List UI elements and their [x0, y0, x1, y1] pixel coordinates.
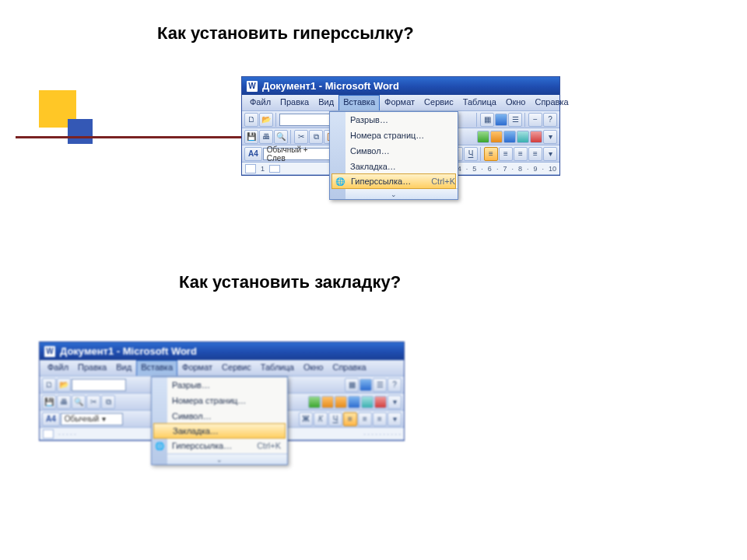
fillcolor-icon[interactable] — [359, 379, 372, 391]
menu-view[interactable]: Вид — [314, 95, 338, 110]
indent-marker-icon[interactable] — [269, 165, 280, 173]
help-icon[interactable]: ? — [543, 113, 557, 127]
style-name-text: Обычный + Слев — [267, 145, 327, 163]
ruler-tick: 6 — [488, 165, 492, 173]
menu-service[interactable]: Сервис — [419, 95, 458, 110]
menu-window[interactable]: Окно — [299, 360, 328, 376]
swatch-icon[interactable] — [348, 396, 360, 408]
swatch-icon[interactable] — [308, 396, 321, 408]
menu-table[interactable]: Таблица — [458, 95, 501, 110]
titlebar-text: Документ1 - Microsoft Word — [60, 345, 197, 357]
ruler-tick: 8 — [518, 165, 522, 173]
bold-button[interactable]: Ж — [299, 412, 313, 426]
cut-icon[interactable]: ✂ — [294, 130, 308, 144]
style-selector[interactable]: Обычный ▾ — [61, 413, 123, 425]
ruler-label: · · · · · · · · · · — [363, 430, 401, 438]
insert-dropdown: Разрыв… Номера страниц… Символ… Закладка… — [151, 376, 288, 465]
menu-format[interactable]: Формат — [177, 360, 217, 376]
menu-help[interactable]: Справка — [530, 95, 573, 110]
menu-item-pagenumbers[interactable]: Номера страниц… — [330, 128, 458, 143]
print-icon[interactable]: 🖶 — [259, 130, 273, 144]
expand-menu-icon[interactable]: ⌄ — [330, 188, 458, 199]
menu-view[interactable]: Вид — [111, 360, 136, 376]
menu-service[interactable]: Сервис — [217, 360, 256, 376]
menu-file[interactable]: Файл — [245, 95, 275, 110]
new-doc-icon[interactable]: 🗋 — [42, 378, 56, 392]
menu-window[interactable]: Окно — [501, 95, 531, 110]
help-icon[interactable]: ? — [388, 378, 402, 392]
menu-item-break[interactable]: Разрыв… — [330, 112, 458, 128]
menu-item-break[interactable]: Разрыв… — [152, 377, 287, 393]
menu-item-bookmark[interactable]: Закладка… — [330, 159, 458, 174]
menu-item-hyperlink[interactable]: 🌐 Гиперссылка… Ctrl+K — [331, 173, 456, 189]
menu-item-bookmark[interactable]: Закладка… — [153, 423, 286, 439]
align-right-icon[interactable]: ≡ — [514, 147, 528, 161]
italic-button[interactable]: К — [314, 412, 328, 426]
style-indicator[interactable]: A4 — [244, 147, 262, 161]
swatch-icon[interactable] — [374, 396, 387, 408]
preview-icon[interactable]: 🔍 — [274, 130, 288, 144]
copy-icon[interactable]: ⧉ — [101, 395, 115, 409]
style-name-text: Обычный — [65, 415, 99, 423]
swatch-icon[interactable] — [517, 131, 529, 143]
chevron-down-icon[interactable]: ▾ — [388, 412, 402, 426]
underline-button[interactable]: Ч — [328, 412, 342, 426]
menu-item-symbol[interactable]: Символ… — [330, 143, 458, 159]
swatch-icon[interactable] — [477, 131, 489, 143]
open-icon[interactable]: 📂 — [259, 113, 273, 127]
columns-icon[interactable]: ☰ — [508, 113, 522, 127]
print-icon[interactable]: 🖶 — [57, 395, 71, 409]
open-icon[interactable]: 📂 — [57, 378, 71, 392]
table-icon[interactable]: ▦ — [345, 378, 359, 392]
ruler-corner-icon[interactable] — [245, 164, 256, 173]
menu-insert[interactable]: Вставка — [338, 95, 380, 110]
new-doc-icon[interactable]: 🗋 — [244, 113, 258, 127]
chevron-down-icon[interactable]: ▾ — [543, 130, 557, 144]
swatch-icon[interactable] — [321, 396, 334, 408]
menu-edit[interactable]: Правка — [73, 360, 111, 376]
save-icon[interactable]: 💾 — [244, 130, 258, 144]
globe-icon: 🌐 — [335, 176, 345, 187]
titlebar: W Документ1 - Microsoft Word — [40, 342, 404, 360]
swatch-icon[interactable] — [335, 396, 347, 408]
align-center-icon[interactable]: ≡ — [358, 412, 372, 426]
menu-format[interactable]: Формат — [380, 95, 419, 110]
table-icon[interactable]: ▦ — [480, 113, 494, 127]
menu-insert[interactable]: Вставка — [136, 360, 177, 376]
zoom-out-icon[interactable]: − — [528, 113, 542, 127]
underline-button[interactable]: Ч — [464, 147, 478, 161]
swatch-icon[interactable] — [503, 131, 516, 143]
expand-menu-icon[interactable]: ⌄ — [152, 453, 287, 464]
menu-file[interactable]: Файл — [43, 360, 73, 376]
align-center-icon[interactable]: ≡ — [499, 147, 513, 161]
swatch-icon[interactable] — [361, 396, 374, 408]
menu-item-symbol[interactable]: Символ… — [152, 408, 287, 424]
menu-edit[interactable]: Правка — [275, 95, 314, 110]
preview-icon[interactable]: 🔍 — [72, 395, 86, 409]
menu-item-pagenumbers[interactable]: Номера страниц… — [152, 393, 287, 408]
swatch-icon[interactable] — [490, 131, 503, 143]
menu-help[interactable]: Справка — [328, 360, 370, 376]
menubar: Файл Правка Вид Вставка Формат Сервис Та… — [40, 360, 404, 376]
align-justify-icon[interactable]: ≡ — [528, 147, 542, 161]
fillcolor-icon[interactable] — [495, 114, 507, 126]
ruler-tick: 9 — [533, 165, 537, 173]
align-left-icon[interactable]: ≡ — [484, 147, 498, 161]
style-selector[interactable]: Обычный + Слев ▾ — [263, 148, 338, 160]
style-indicator[interactable]: A4 — [42, 412, 60, 426]
chevron-down-icon[interactable]: ▾ — [388, 395, 402, 409]
menu-item-hyperlink[interactable]: 🌐 Гиперссылка… Ctrl+K — [152, 438, 287, 453]
align-right-icon[interactable]: ≡ — [373, 412, 387, 426]
blank-field[interactable] — [72, 379, 126, 391]
ruler-label: · · · · · — [58, 430, 76, 438]
menu-table[interactable]: Таблица — [256, 360, 299, 376]
ruler-tick: 1 — [261, 165, 265, 173]
save-icon[interactable]: 💾 — [42, 395, 56, 409]
copy-icon[interactable]: ⧉ — [309, 130, 323, 144]
align-left-icon[interactable]: ≡ — [343, 412, 357, 426]
ruler-corner-icon[interactable] — [43, 429, 54, 439]
swatch-icon[interactable] — [530, 131, 542, 143]
columns-icon[interactable]: ☰ — [373, 378, 387, 392]
chevron-down-icon[interactable]: ▾ — [543, 147, 557, 161]
cut-icon[interactable]: ✂ — [86, 395, 100, 409]
